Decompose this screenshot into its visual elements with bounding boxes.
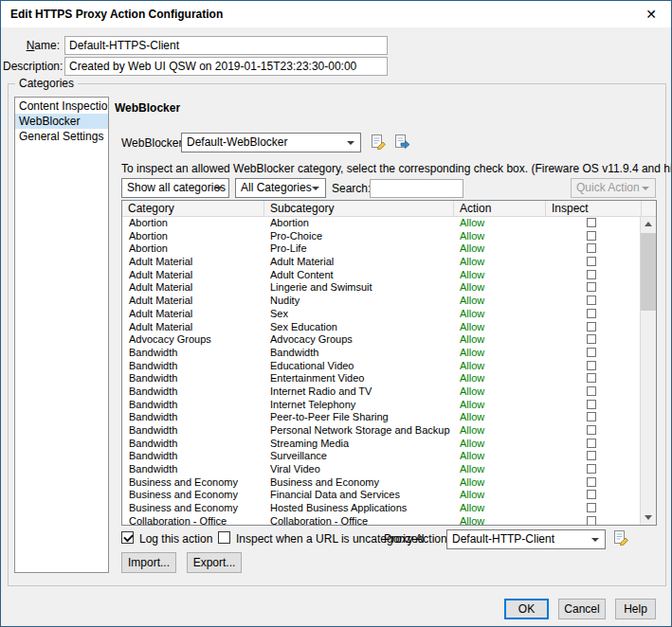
- inspect-checkbox[interactable]: [587, 464, 596, 474]
- table-row[interactable]: BandwidthEntertainment VideoAllow: [122, 372, 640, 385]
- table-row[interactable]: BandwidthInternet Radio and TVAllow: [122, 385, 640, 399]
- proxy-action-dropdown[interactable]: Default-HTTP-Client: [446, 529, 606, 549]
- table-row[interactable]: AbortionAbortionAllow: [122, 217, 640, 230]
- export-button[interactable]: Export...: [187, 552, 242, 573]
- inspect-checkbox[interactable]: [587, 270, 596, 279]
- view-webblocker-button[interactable]: [391, 133, 413, 153]
- edit-proxy-action-button[interactable]: [610, 528, 632, 549]
- inspect-checkbox[interactable]: [587, 412, 596, 421]
- categories-listbox[interactable]: Content InspectionWebBlockerGeneral Sett…: [14, 97, 109, 573]
- ok-button[interactable]: OK: [504, 599, 549, 619]
- name-field[interactable]: [64, 36, 388, 55]
- table-row[interactable]: Advocacy GroupsAdvocacy GroupsAllow: [122, 333, 640, 347]
- inspect-checkbox[interactable]: [587, 309, 596, 318]
- table-row[interactable]: BandwidthViral VideoAllow: [122, 463, 640, 476]
- category-table-body: AbortionAbortionAllowAbortionPro-ChoiceA…: [122, 217, 640, 525]
- table-row[interactable]: BandwidthBandwidthAllow: [122, 347, 640, 360]
- table-row[interactable]: AbortionPro-ChoiceAllow: [122, 230, 640, 243]
- table-row[interactable]: Business and EconomyFinancial Data and S…: [122, 489, 640, 502]
- inspect-checkbox[interactable]: [587, 257, 596, 266]
- inspect-checkbox[interactable]: [587, 231, 596, 241]
- category-table-header: Category Subcategory Action Inspect: [122, 201, 656, 217]
- search-label: Search:: [332, 182, 371, 195]
- inspect-checkbox[interactable]: [587, 503, 596, 512]
- edit-webblocker-button[interactable]: [368, 133, 390, 153]
- inspect-checkbox[interactable]: [587, 361, 596, 370]
- table-row[interactable]: Business and EconomyBusiness and Economy…: [122, 476, 640, 490]
- column-header-inspect[interactable]: Inspect: [546, 201, 642, 217]
- log-action-label: Log this action: [139, 532, 212, 546]
- inspect-checkbox[interactable]: [587, 348, 596, 357]
- table-row[interactable]: BandwidthEducational VideoAllow: [122, 360, 640, 373]
- table-row[interactable]: Adult MaterialSexAllow: [122, 308, 640, 321]
- table-row[interactable]: Collaboration - OfficeCollaboration - Of…: [122, 515, 640, 525]
- search-input[interactable]: [370, 179, 463, 198]
- inspect-checkbox[interactable]: [587, 282, 596, 292]
- log-action-checkbox[interactable]: [121, 531, 134, 544]
- column-header-category[interactable]: Category: [122, 201, 264, 217]
- cancel-button[interactable]: Cancel: [558, 599, 606, 619]
- webblocker-selector-label: WebBlocker:: [121, 136, 186, 150]
- name-label: Name:: [9, 39, 60, 52]
- inspect-checkbox[interactable]: [587, 373, 596, 383]
- inspect-checkbox[interactable]: [587, 386, 596, 396]
- close-icon[interactable]: ✕: [633, 1, 669, 27]
- inspect-checkbox[interactable]: [587, 490, 596, 499]
- categories-list-item[interactable]: WebBlocker: [15, 114, 108, 129]
- scrollbar-thumb[interactable]: [641, 233, 656, 311]
- inspect-checkbox[interactable]: [587, 477, 596, 487]
- panel-heading: WebBlocker: [115, 101, 180, 115]
- uncategorized-checkbox[interactable]: [218, 531, 230, 544]
- table-row[interactable]: Adult MaterialSex EducationAllow: [122, 321, 640, 334]
- category-table: Category Subcategory Action Inspect Abor…: [121, 200, 657, 526]
- inspect-checkbox[interactable]: [587, 322, 596, 331]
- column-header-action[interactable]: Action: [454, 201, 546, 217]
- inspect-checkbox[interactable]: [587, 243, 596, 253]
- table-row[interactable]: Adult MaterialAdult MaterialAllow: [122, 256, 640, 269]
- inspect-checkbox[interactable]: [587, 439, 596, 448]
- webblocker-selector-dropdown[interactable]: Default-WebBlocker: [181, 133, 361, 152]
- table-row[interactable]: Adult MaterialLingerie and SwimsuitAllow: [122, 281, 640, 295]
- table-row[interactable]: BandwidthSurveillanceAllow: [122, 450, 640, 463]
- table-row[interactable]: Adult MaterialAdult ContentAllow: [122, 269, 640, 282]
- table-row[interactable]: Business and EconomyHosted Business Appl…: [122, 502, 640, 515]
- inspect-checkbox[interactable]: [587, 296, 596, 305]
- categories-list-item[interactable]: Content Inspection: [15, 99, 108, 114]
- categories-group-label: Categories: [15, 77, 78, 90]
- inspect-checkbox[interactable]: [587, 451, 596, 460]
- table-row[interactable]: BandwidthPersonal Network Storage and Ba…: [122, 424, 640, 438]
- edit-icon: [613, 529, 629, 548]
- inspect-checkbox[interactable]: [587, 218, 596, 227]
- column-header-subcategory[interactable]: Subcategory: [264, 201, 454, 217]
- table-scrollbar[interactable]: [640, 217, 656, 525]
- proxy-action-label: Proxy Action:: [384, 532, 450, 546]
- categories-list-item[interactable]: General Settings: [15, 129, 108, 144]
- import-button[interactable]: Import...: [121, 552, 176, 573]
- help-button[interactable]: Help: [615, 599, 656, 619]
- title-bar: Edit HTTPS Proxy Action Configuration ✕: [1, 1, 671, 27]
- edit-icon: [371, 134, 387, 152]
- description-field[interactable]: [64, 57, 388, 76]
- quick-action-dropdown[interactable]: Quick Action: [571, 178, 656, 198]
- table-row[interactable]: BandwidthStreaming MediaAllow: [122, 438, 640, 451]
- inspect-checkbox[interactable]: [587, 334, 596, 344]
- table-row[interactable]: AbortionPro-LifeAllow: [122, 242, 640, 256]
- description-label: Description:: [3, 60, 60, 73]
- inspect-checkbox[interactable]: [587, 400, 596, 409]
- inspect-info-text: To inspect an allowed WebBlocker categor…: [121, 162, 672, 175]
- inspect-checkbox[interactable]: [587, 516, 596, 525]
- table-row[interactable]: Adult MaterialNudityAllow: [122, 295, 640, 308]
- inspect-checkbox[interactable]: [587, 425, 596, 435]
- table-row[interactable]: BandwidthPeer-to-Peer File SharingAllow: [122, 411, 640, 424]
- open-page-icon: [394, 134, 410, 152]
- scroll-up-icon[interactable]: [641, 217, 656, 232]
- edit-https-proxy-action-dialog: Edit HTTPS Proxy Action Configuration ✕ …: [0, 0, 672, 627]
- category-filter-dropdown[interactable]: Show all categories: [121, 178, 229, 198]
- subcategory-filter-dropdown[interactable]: All Categories: [235, 178, 326, 198]
- table-row[interactable]: BandwidthInternet TelephonyAllow: [122, 399, 640, 412]
- scroll-down-icon[interactable]: [641, 510, 656, 525]
- window-title: Edit HTTPS Proxy Action Configuration: [10, 8, 223, 21]
